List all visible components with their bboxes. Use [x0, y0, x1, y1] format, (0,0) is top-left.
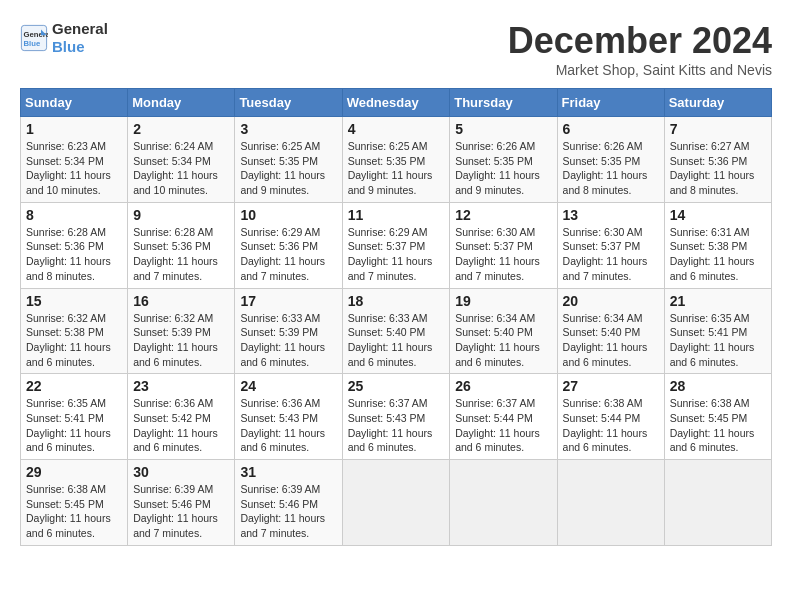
day-number: 28 [670, 378, 766, 394]
day-info: Sunrise: 6:29 AMSunset: 5:36 PMDaylight:… [240, 225, 336, 284]
day-number: 13 [563, 207, 659, 223]
calendar-cell: 11Sunrise: 6:29 AMSunset: 5:37 PMDayligh… [342, 202, 450, 288]
day-info: Sunrise: 6:37 AMSunset: 5:43 PMDaylight:… [348, 396, 445, 455]
calendar-cell: 9Sunrise: 6:28 AMSunset: 5:36 PMDaylight… [128, 202, 235, 288]
day-header-friday: Friday [557, 89, 664, 117]
day-info: Sunrise: 6:26 AMSunset: 5:35 PMDaylight:… [563, 139, 659, 198]
day-number: 1 [26, 121, 122, 137]
day-info: Sunrise: 6:36 AMSunset: 5:42 PMDaylight:… [133, 396, 229, 455]
day-info: Sunrise: 6:32 AMSunset: 5:39 PMDaylight:… [133, 311, 229, 370]
day-number: 23 [133, 378, 229, 394]
day-number: 6 [563, 121, 659, 137]
calendar-cell [557, 460, 664, 546]
day-number: 11 [348, 207, 445, 223]
day-info: Sunrise: 6:25 AMSunset: 5:35 PMDaylight:… [348, 139, 445, 198]
calendar-cell: 14Sunrise: 6:31 AMSunset: 5:38 PMDayligh… [664, 202, 771, 288]
calendar-cell: 1Sunrise: 6:23 AMSunset: 5:34 PMDaylight… [21, 117, 128, 203]
day-info: Sunrise: 6:33 AMSunset: 5:39 PMDaylight:… [240, 311, 336, 370]
calendar-cell [664, 460, 771, 546]
calendar-cell: 18Sunrise: 6:33 AMSunset: 5:40 PMDayligh… [342, 288, 450, 374]
calendar-cell: 17Sunrise: 6:33 AMSunset: 5:39 PMDayligh… [235, 288, 342, 374]
calendar-cell: 31Sunrise: 6:39 AMSunset: 5:46 PMDayligh… [235, 460, 342, 546]
day-header-thursday: Thursday [450, 89, 557, 117]
calendar-cell: 20Sunrise: 6:34 AMSunset: 5:40 PMDayligh… [557, 288, 664, 374]
calendar-cell: 5Sunrise: 6:26 AMSunset: 5:35 PMDaylight… [450, 117, 557, 203]
svg-text:Blue: Blue [24, 39, 41, 48]
calendar-week-2: 8Sunrise: 6:28 AMSunset: 5:36 PMDaylight… [21, 202, 772, 288]
day-info: Sunrise: 6:37 AMSunset: 5:44 PMDaylight:… [455, 396, 551, 455]
day-info: Sunrise: 6:39 AMSunset: 5:46 PMDaylight:… [240, 482, 336, 541]
title-area: December 2024 Market Shop, Saint Kitts a… [508, 20, 772, 78]
logo: General Blue General Blue [20, 20, 108, 56]
day-header-wednesday: Wednesday [342, 89, 450, 117]
day-number: 18 [348, 293, 445, 309]
day-number: 24 [240, 378, 336, 394]
day-info: Sunrise: 6:32 AMSunset: 5:38 PMDaylight:… [26, 311, 122, 370]
day-number: 10 [240, 207, 336, 223]
calendar-week-3: 15Sunrise: 6:32 AMSunset: 5:38 PMDayligh… [21, 288, 772, 374]
day-header-sunday: Sunday [21, 89, 128, 117]
calendar-cell: 19Sunrise: 6:34 AMSunset: 5:40 PMDayligh… [450, 288, 557, 374]
day-number: 15 [26, 293, 122, 309]
day-info: Sunrise: 6:39 AMSunset: 5:46 PMDaylight:… [133, 482, 229, 541]
day-info: Sunrise: 6:23 AMSunset: 5:34 PMDaylight:… [26, 139, 122, 198]
day-number: 25 [348, 378, 445, 394]
location-subtitle: Market Shop, Saint Kitts and Nevis [508, 62, 772, 78]
day-info: Sunrise: 6:28 AMSunset: 5:36 PMDaylight:… [133, 225, 229, 284]
calendar-week-5: 29Sunrise: 6:38 AMSunset: 5:45 PMDayligh… [21, 460, 772, 546]
day-info: Sunrise: 6:33 AMSunset: 5:40 PMDaylight:… [348, 311, 445, 370]
day-header-monday: Monday [128, 89, 235, 117]
day-info: Sunrise: 6:31 AMSunset: 5:38 PMDaylight:… [670, 225, 766, 284]
day-info: Sunrise: 6:38 AMSunset: 5:44 PMDaylight:… [563, 396, 659, 455]
month-title: December 2024 [508, 20, 772, 62]
calendar-cell: 29Sunrise: 6:38 AMSunset: 5:45 PMDayligh… [21, 460, 128, 546]
calendar-cell [342, 460, 450, 546]
day-info: Sunrise: 6:24 AMSunset: 5:34 PMDaylight:… [133, 139, 229, 198]
calendar-cell: 3Sunrise: 6:25 AMSunset: 5:35 PMDaylight… [235, 117, 342, 203]
calendar-table: SundayMondayTuesdayWednesdayThursdayFrid… [20, 88, 772, 546]
calendar-cell: 13Sunrise: 6:30 AMSunset: 5:37 PMDayligh… [557, 202, 664, 288]
calendar-week-4: 22Sunrise: 6:35 AMSunset: 5:41 PMDayligh… [21, 374, 772, 460]
calendar-header-row: SundayMondayTuesdayWednesdayThursdayFrid… [21, 89, 772, 117]
day-info: Sunrise: 6:28 AMSunset: 5:36 PMDaylight:… [26, 225, 122, 284]
day-number: 29 [26, 464, 122, 480]
calendar-cell: 12Sunrise: 6:30 AMSunset: 5:37 PMDayligh… [450, 202, 557, 288]
calendar-cell: 28Sunrise: 6:38 AMSunset: 5:45 PMDayligh… [664, 374, 771, 460]
calendar-cell: 25Sunrise: 6:37 AMSunset: 5:43 PMDayligh… [342, 374, 450, 460]
day-number: 31 [240, 464, 336, 480]
logo-icon: General Blue [20, 24, 48, 52]
day-info: Sunrise: 6:35 AMSunset: 5:41 PMDaylight:… [26, 396, 122, 455]
day-info: Sunrise: 6:29 AMSunset: 5:37 PMDaylight:… [348, 225, 445, 284]
day-info: Sunrise: 6:25 AMSunset: 5:35 PMDaylight:… [240, 139, 336, 198]
day-number: 14 [670, 207, 766, 223]
day-header-saturday: Saturday [664, 89, 771, 117]
day-number: 2 [133, 121, 229, 137]
logo-text-general: General [52, 20, 108, 38]
calendar-cell [450, 460, 557, 546]
day-number: 19 [455, 293, 551, 309]
day-number: 12 [455, 207, 551, 223]
day-info: Sunrise: 6:35 AMSunset: 5:41 PMDaylight:… [670, 311, 766, 370]
day-info: Sunrise: 6:38 AMSunset: 5:45 PMDaylight:… [670, 396, 766, 455]
day-info: Sunrise: 6:30 AMSunset: 5:37 PMDaylight:… [563, 225, 659, 284]
calendar-cell: 22Sunrise: 6:35 AMSunset: 5:41 PMDayligh… [21, 374, 128, 460]
calendar-cell: 15Sunrise: 6:32 AMSunset: 5:38 PMDayligh… [21, 288, 128, 374]
day-info: Sunrise: 6:30 AMSunset: 5:37 PMDaylight:… [455, 225, 551, 284]
day-info: Sunrise: 6:36 AMSunset: 5:43 PMDaylight:… [240, 396, 336, 455]
day-number: 8 [26, 207, 122, 223]
calendar-cell: 7Sunrise: 6:27 AMSunset: 5:36 PMDaylight… [664, 117, 771, 203]
day-info: Sunrise: 6:26 AMSunset: 5:35 PMDaylight:… [455, 139, 551, 198]
day-number: 9 [133, 207, 229, 223]
page-header: General Blue General Blue December 2024 … [20, 20, 772, 78]
calendar-cell: 21Sunrise: 6:35 AMSunset: 5:41 PMDayligh… [664, 288, 771, 374]
calendar-cell: 10Sunrise: 6:29 AMSunset: 5:36 PMDayligh… [235, 202, 342, 288]
calendar-cell: 4Sunrise: 6:25 AMSunset: 5:35 PMDaylight… [342, 117, 450, 203]
calendar-cell: 27Sunrise: 6:38 AMSunset: 5:44 PMDayligh… [557, 374, 664, 460]
calendar-week-1: 1Sunrise: 6:23 AMSunset: 5:34 PMDaylight… [21, 117, 772, 203]
day-number: 16 [133, 293, 229, 309]
day-number: 26 [455, 378, 551, 394]
logo-text-blue: Blue [52, 38, 108, 56]
calendar-cell: 6Sunrise: 6:26 AMSunset: 5:35 PMDaylight… [557, 117, 664, 203]
day-number: 3 [240, 121, 336, 137]
calendar-cell: 8Sunrise: 6:28 AMSunset: 5:36 PMDaylight… [21, 202, 128, 288]
